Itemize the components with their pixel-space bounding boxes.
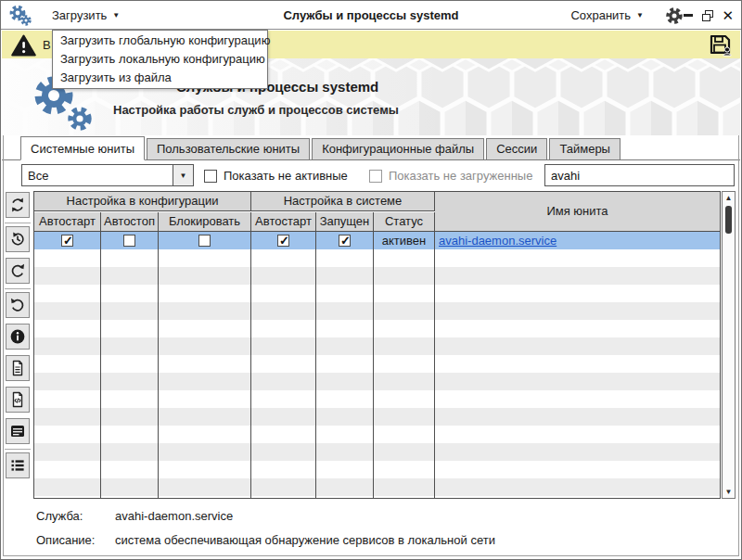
system-running-checkbox[interactable]	[339, 235, 351, 247]
column-header-system-running[interactable]: Запущен	[316, 212, 374, 232]
show-unloaded-checkbox-row: Показать не загруженные	[369, 169, 532, 183]
empty-table-row	[34, 267, 720, 285]
column-header-config-autostart[interactable]: Автостарт	[34, 212, 101, 232]
unit-name-link[interactable]: avahi-daemon.service	[439, 234, 556, 248]
warning-icon	[11, 34, 36, 57]
dependencies-list-button[interactable]	[6, 452, 30, 478]
scrollbar-thumb[interactable]	[725, 206, 732, 234]
window-inner-border	[738, 135, 739, 556]
show-inactive-checkbox-row: Показать не активные	[204, 169, 348, 183]
system-autostart-checkbox[interactable]	[277, 235, 289, 247]
empty-table-row	[34, 337, 720, 355]
table-vertical-scrollbar[interactable]: ▲ ▼	[722, 191, 736, 499]
category-combobox[interactable]: Все ▼	[21, 164, 194, 186]
column-header-status[interactable]: Статус	[374, 212, 435, 232]
empty-table-row	[34, 443, 720, 461]
toolbar-separator	[5, 223, 31, 223]
empty-table-row	[34, 478, 720, 496]
tab-sessions[interactable]: Сессии	[486, 138, 547, 159]
tab-config-files[interactable]: Конфигурационные файлы	[312, 138, 484, 159]
empty-table-row	[34, 426, 720, 443]
toolbar-separator	[5, 449, 31, 450]
menu-item-load-global[interactable]: Загрузить глобальную конфигурацию	[53, 32, 267, 50]
window-inner-border	[3, 135, 4, 556]
save-config-icon[interactable]	[709, 33, 733, 57]
config-block-checkbox[interactable]	[198, 235, 211, 247]
menu-item-load-local[interactable]: Загрузить локальную конфигурацию	[53, 50, 267, 69]
unit-file-button[interactable]	[6, 355, 30, 381]
menu-item-load-from-file[interactable]: Загрузить из файла	[53, 69, 267, 87]
window-controls: ✕	[683, 1, 734, 30]
config-autostop-checkbox[interactable]	[123, 235, 135, 247]
empty-table-row	[34, 355, 720, 373]
maximize-button[interactable]	[702, 10, 713, 21]
combobox-arrow-button[interactable]: ▼	[173, 165, 193, 185]
show-inactive-checkbox[interactable]	[204, 170, 217, 183]
empty-table-row	[34, 496, 720, 499]
show-unloaded-checkbox	[369, 170, 382, 183]
window-inner-border	[3, 555, 739, 556]
undo-icon	[9, 297, 26, 313]
warning-text: В	[43, 38, 51, 52]
empty-table-row	[34, 408, 720, 426]
search-input[interactable]	[544, 164, 735, 186]
empty-table-row	[34, 302, 720, 320]
empty-table-row	[34, 285, 720, 302]
table-row[interactable]: активен avahi-daemon.service	[34, 232, 720, 249]
log-button[interactable]	[6, 418, 30, 444]
column-header-system-autostart[interactable]: Автостарт	[251, 212, 316, 232]
log-terminal-icon	[9, 423, 26, 439]
history-button[interactable]	[6, 226, 30, 252]
tab-system-units[interactable]: Системные юниты	[20, 136, 145, 160]
column-header-config-autostop[interactable]: Автостоп	[101, 212, 159, 232]
table-header: Настройка в конфигурации Настройка в сис…	[34, 192, 720, 232]
column-header-unit-name[interactable]: Имя юнита	[435, 192, 720, 232]
list-icon	[9, 457, 26, 474]
tab-user-units[interactable]: Пользовательские юниты	[147, 138, 310, 159]
status-text: активен	[382, 234, 426, 248]
empty-rows	[34, 249, 720, 499]
empty-table-row	[34, 249, 720, 267]
redo-icon	[9, 262, 26, 279]
description-label: Описание:	[36, 533, 95, 547]
refresh-icon	[9, 197, 26, 213]
app-window: Загрузить ▼ Службы и процессы systemd Со…	[0, 0, 742, 560]
load-dropdown-menu: Загрузить глобальную конфигурацию Загруз…	[52, 30, 268, 89]
empty-table-row	[34, 320, 720, 337]
scroll-up-icon[interactable]: ▲	[723, 194, 735, 202]
empty-table-row	[34, 373, 720, 390]
minimize-button[interactable]	[683, 10, 694, 21]
group-header-config: Настройка в конфигурации	[34, 192, 251, 211]
refresh-button[interactable]	[6, 192, 30, 218]
group-header-system: Настройка в системе	[251, 192, 435, 211]
close-button[interactable]: ✕	[722, 10, 734, 21]
toolbar: Загрузить ▼ Службы и процессы systemd Со…	[1, 1, 741, 30]
empty-table-row	[34, 390, 720, 408]
tab-strip: Системные юниты Пользовательские юниты К…	[2, 135, 740, 160]
settings-gear-icon[interactable]	[665, 6, 684, 25]
redo-button[interactable]	[6, 258, 30, 284]
chevron-down-icon: ▼	[180, 172, 187, 180]
scroll-down-icon[interactable]: ▼	[723, 488, 735, 496]
empty-table-row	[34, 461, 720, 478]
show-unloaded-label: Показать не загруженные	[389, 169, 532, 183]
config-autostart-checkbox[interactable]	[61, 235, 73, 247]
undo-button[interactable]	[6, 292, 30, 318]
info-button[interactable]	[6, 324, 30, 350]
toolbar-separator	[5, 288, 31, 289]
description-value: система обеспечивающая обнаружение серви…	[115, 533, 495, 547]
unit-file-code-button[interactable]	[6, 387, 30, 413]
file-code-icon	[9, 391, 26, 408]
details-panel: Служба: avahi-daemon.service Описание: с…	[2, 502, 740, 554]
banner-subtitle: Настройка работы служб и процессов систе…	[113, 103, 399, 117]
file-icon	[9, 360, 26, 376]
history-icon	[9, 231, 26, 248]
tab-timers[interactable]: Таймеры	[549, 138, 620, 159]
category-combobox-value: Все	[22, 169, 173, 183]
save-menu-button[interactable]: Сохранить ▼	[570, 1, 644, 30]
units-table: Настройка в конфигурации Настройка в сис…	[33, 191, 721, 499]
show-inactive-label: Показать не активные	[224, 169, 348, 183]
chevron-down-icon: ▼	[636, 11, 644, 19]
column-header-config-block[interactable]: Блокировать	[159, 212, 251, 232]
info-icon	[9, 328, 26, 345]
